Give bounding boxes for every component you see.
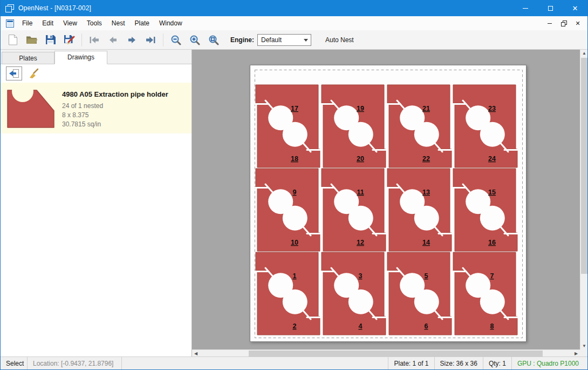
tab-plates[interactable]: Plates <box>2 52 54 64</box>
part-number: 11 <box>357 189 364 196</box>
part-number: 4 <box>359 322 363 330</box>
previous-arrow-icon <box>108 36 118 44</box>
first-plate-button[interactable] <box>85 32 104 48</box>
window-title: OpenNest - [N0317-002] <box>18 4 91 12</box>
menu-file[interactable]: File <box>17 16 37 30</box>
mdi-close-button[interactable]: ✕ <box>573 19 582 28</box>
drawing-list-item[interactable]: 4980 A05 Extraction pipe holder 24 of 1 … <box>1 83 192 133</box>
zoom-out-button[interactable] <box>166 32 185 48</box>
menu-tools[interactable]: Tools <box>82 16 107 30</box>
drawings-panel: Plates Drawings <box>1 50 192 356</box>
new-button[interactable] <box>3 32 22 48</box>
nest-pair[interactable]: 78 <box>453 252 518 335</box>
minimize-button[interactable] <box>513 0 538 16</box>
new-document-icon <box>8 35 18 45</box>
app-icon <box>5 4 14 12</box>
vertical-scrollbar[interactable]: ▲ ▼ <box>580 50 587 349</box>
horizontal-scrollbar[interactable]: ◀ ▶ <box>192 349 580 356</box>
nest-pair[interactable]: 1112 <box>321 169 387 251</box>
save-as-button[interactable] <box>60 32 79 48</box>
nest-pair[interactable]: 12 <box>255 252 321 335</box>
part-number: 22 <box>422 155 430 163</box>
maximize-button[interactable] <box>538 0 563 16</box>
first-arrow-icon <box>89 36 99 44</box>
minimize-icon <box>523 8 528 9</box>
previous-plate-button[interactable] <box>104 32 122 48</box>
part-circular-notch <box>283 206 307 231</box>
mdi-minimize-button[interactable] <box>545 19 554 28</box>
scroll-left-icon[interactable]: ◀ <box>192 350 200 356</box>
part-number: 2 <box>293 322 297 330</box>
clean-button[interactable] <box>26 66 42 80</box>
part-number: 5 <box>425 272 428 280</box>
save-button[interactable] <box>41 32 60 48</box>
nest-pair[interactable]: 1920 <box>321 85 387 167</box>
toolbar: Engine: Default Auto Nest <box>1 30 587 50</box>
statusbar: Select Location: [-0.9437, 21.8796] Plat… <box>1 356 587 370</box>
nest-pair[interactable]: 2324 <box>453 85 518 167</box>
part-circular-notch <box>414 206 439 231</box>
drawing-title: 4980 A05 Extraction pipe holder <box>62 90 168 98</box>
zoom-in-button[interactable] <box>185 32 204 48</box>
plate[interactable]: 171819202122232491011121314151612345678 <box>250 65 527 342</box>
status-location: Location: [-0.9437, 21.8796] <box>28 357 122 370</box>
menu-window[interactable]: Window <box>154 16 187 30</box>
part-number: 20 <box>357 155 364 163</box>
part-circular-notch <box>480 122 505 147</box>
zoom-extents-button[interactable] <box>204 32 223 48</box>
open-button[interactable] <box>22 32 41 48</box>
import-arrow-icon <box>9 69 19 78</box>
part-number: 6 <box>425 322 428 330</box>
nested-parts-group: 171819202122232491011121314151612345678 <box>255 85 518 335</box>
status-plate: Plate: 1 of 1 <box>388 357 434 370</box>
auto-nest-button[interactable]: Auto Nest <box>321 34 358 46</box>
part-circular-notch <box>348 122 373 147</box>
close-button[interactable]: ✕ <box>563 0 587 16</box>
scrollbar-corner <box>580 349 587 356</box>
replace-drawing-button[interactable] <box>6 66 22 80</box>
close-icon: ✕ <box>572 5 578 12</box>
menubar: File Edit View Tools Nest Plate Window ✕ <box>1 16 587 30</box>
menu-nest[interactable]: Nest <box>107 16 130 30</box>
nest-pair[interactable]: 1314 <box>387 169 453 251</box>
nest-pair[interactable]: 1718 <box>255 85 321 167</box>
nest-pair[interactable]: 2122 <box>387 85 453 167</box>
nest-pair[interactable]: 910 <box>255 169 321 251</box>
document-window-icon[interactable] <box>6 19 14 28</box>
part-number: 10 <box>291 239 298 246</box>
status-size: Size: 36 x 36 <box>434 357 483 370</box>
part-number: 17 <box>291 105 298 112</box>
part-number: 24 <box>488 155 496 163</box>
part-circular-notch <box>414 122 439 147</box>
part-circular-notch <box>348 290 373 314</box>
nest-pair[interactable]: 34 <box>321 252 387 335</box>
scroll-up-icon[interactable]: ▲ <box>580 50 587 57</box>
part-number: 7 <box>490 272 494 280</box>
open-folder-icon <box>26 35 38 44</box>
last-plate-button[interactable] <box>141 32 160 48</box>
status-mode: Select <box>1 357 28 370</box>
part-number: 13 <box>422 189 430 196</box>
next-plate-button[interactable] <box>122 32 141 48</box>
menu-edit[interactable]: Edit <box>37 16 58 30</box>
menu-view[interactable]: View <box>58 16 82 30</box>
part-number: 16 <box>488 239 496 246</box>
horizontal-scroll-thumb[interactable] <box>249 351 543 356</box>
tab-drawings[interactable]: Drawings <box>54 51 107 64</box>
vertical-scroll-thumb[interactable] <box>581 58 587 274</box>
nest-pair[interactable]: 56 <box>387 252 453 335</box>
part-number: 12 <box>357 239 364 246</box>
nest-canvas[interactable]: 171819202122232491011121314151612345678 … <box>192 50 587 356</box>
save-floppy-icon <box>45 35 56 45</box>
scroll-down-icon[interactable]: ▼ <box>580 342 587 349</box>
panel-toolbar <box>1 64 192 83</box>
scroll-right-icon[interactable]: ▶ <box>572 350 580 356</box>
mdi-restore-button[interactable] <box>559 19 568 28</box>
mdi-close-icon: ✕ <box>575 21 580 26</box>
zoom-in-icon <box>189 35 200 45</box>
engine-select[interactable]: Default <box>257 34 311 46</box>
drawing-dimensions: 8 x 8.375 <box>62 111 168 120</box>
nest-pair[interactable]: 1516 <box>453 169 518 251</box>
menu-plate[interactable]: Plate <box>130 16 154 30</box>
part-number: 3 <box>359 272 363 280</box>
